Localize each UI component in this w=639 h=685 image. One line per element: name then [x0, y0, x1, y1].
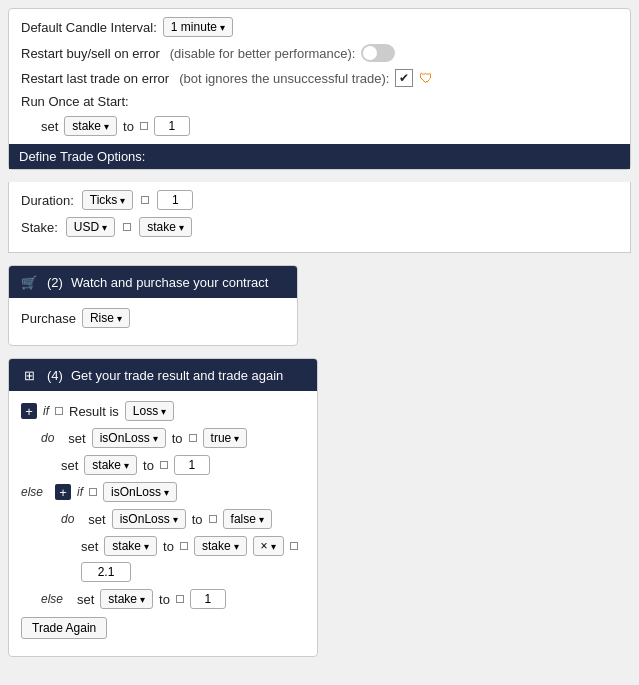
restart-last-trade-hint: (bot ignores the unsuccessful trade): [179, 71, 389, 86]
to3-connector [209, 515, 217, 523]
restart-buy-sell-label: Restart buy/sell on error [21, 46, 160, 61]
to1-label: to [172, 431, 183, 446]
define-trade-options-body: Duration: Ticks Stake: USD stake [8, 182, 631, 253]
section4-title: Get your trade result and trade again [71, 368, 283, 383]
default-candle-interval-label: Default Candle Interval: [21, 20, 157, 35]
loss-dropdown[interactable]: Loss [125, 401, 174, 421]
to5-connector [176, 595, 184, 603]
stake-label: Stake: [21, 220, 58, 235]
duration-value-input[interactable] [157, 190, 193, 210]
do-keyword-1: do [41, 431, 54, 445]
result-is-label: Result is [69, 404, 119, 419]
to3-label: to [192, 512, 203, 527]
to4-connector [180, 542, 188, 550]
top-settings-section: Default Candle Interval: 1 minute Restar… [8, 8, 631, 170]
contract-type-dropdown[interactable]: Rise [82, 308, 130, 328]
set2-label: set [61, 458, 78, 473]
if-result-row: + if Result is Loss [21, 401, 305, 421]
run-once-label: Run Once at Start: [21, 94, 129, 109]
duration-label: Duration: [21, 193, 74, 208]
do-set-isonloss-false-row: do set isOnLoss to false [61, 509, 305, 529]
true-dropdown[interactable]: true [203, 428, 248, 448]
stake-currency-dropdown[interactable]: USD [66, 217, 115, 237]
isonloss2-dropdown[interactable]: isOnLoss [103, 482, 177, 502]
stake4-dropdown[interactable]: stake [100, 589, 153, 609]
trade-again-button[interactable]: Trade Again [21, 617, 107, 639]
stake-type-dropdown[interactable]: stake [139, 217, 192, 237]
set5-label: set [77, 592, 94, 607]
run-once-value-input[interactable] [154, 116, 190, 136]
to5-label: to [159, 592, 170, 607]
do-set-isonloss-true-row: do set isOnLoss to true [41, 428, 305, 448]
isonloss1-dropdown[interactable]: isOnLoss [92, 428, 166, 448]
section4-header: ⊞ (4) Get your trade result and trade ag… [9, 359, 317, 391]
set-stake-multiply-row: set stake to stake × [81, 536, 305, 582]
run-once-connector [140, 122, 148, 130]
stake-row: Stake: USD stake [21, 217, 618, 237]
plus-block-1[interactable]: + [21, 403, 37, 419]
stake-value-2-input[interactable] [190, 589, 226, 609]
set3-label: set [88, 512, 105, 527]
if-keyword: if [43, 404, 49, 418]
run-once-to: to [123, 119, 134, 134]
section4-body: + if Result is Loss do set isOnLoss to t… [9, 391, 317, 656]
else-set-stake-row: else set stake to [41, 589, 305, 609]
if-keyword-2: if [77, 485, 83, 499]
set1-label: set [68, 431, 85, 446]
run-once-label-row: Run Once at Start: [21, 94, 618, 109]
stake2-dropdown[interactable]: stake [104, 536, 157, 556]
define-trade-options-header: Define Trade Options: [9, 144, 630, 169]
grid-icon: ⊞ [19, 365, 39, 385]
stake-connector [123, 223, 131, 231]
purchase-label: Purchase [21, 311, 76, 326]
section4-card: ⊞ (4) Get your trade result and trade ag… [8, 358, 318, 657]
run-once-row: set stake to [41, 116, 618, 136]
multiply-connector [290, 542, 298, 550]
section4-step: (4) [47, 368, 63, 383]
candle-interval-dropdown[interactable]: 1 minute [163, 17, 233, 37]
else-keyword-1: else [21, 485, 43, 499]
section2-step: (2) [47, 275, 63, 290]
run-once-set: set [41, 119, 58, 134]
to1-connector [189, 434, 197, 442]
restart-buy-sell-toggle[interactable] [361, 44, 395, 62]
else-if-row: else + if isOnLoss [21, 482, 305, 502]
section2-card: 🛒 (2) Watch and purchase your contract P… [8, 265, 298, 346]
plus-block-2[interactable]: + [55, 484, 71, 500]
purchase-row: Purchase Rise [21, 308, 285, 328]
set4-label: set [81, 539, 98, 554]
false-dropdown[interactable]: false [223, 509, 272, 529]
default-candle-interval-row: Default Candle Interval: 1 minute [21, 17, 618, 37]
restart-buy-sell-row: Restart buy/sell on error (disable for b… [21, 44, 618, 62]
restart-last-trade-checkbox[interactable]: ✔ [395, 69, 413, 87]
else-keyword-2: else [41, 592, 63, 606]
restart-last-trade-row: Restart last trade on error (bot ignores… [21, 69, 618, 87]
run-once-stake-dropdown[interactable]: stake [64, 116, 117, 136]
if-connector [55, 407, 63, 415]
stake1-dropdown[interactable]: stake [84, 455, 137, 475]
stake-value-1-input[interactable] [174, 455, 210, 475]
to4-label: to [163, 539, 174, 554]
multiplier-input[interactable] [81, 562, 131, 582]
trade-again-row: Trade Again [21, 617, 305, 639]
section2-body: Purchase Rise [9, 298, 297, 345]
to2-connector [160, 461, 168, 469]
duration-type-dropdown[interactable]: Ticks [82, 190, 134, 210]
set-stake-1-row: set stake to [61, 455, 305, 475]
to2-label: to [143, 458, 154, 473]
isonloss3-dropdown[interactable]: isOnLoss [112, 509, 186, 529]
section2-header: 🛒 (2) Watch and purchase your contract [9, 266, 297, 298]
if2-connector [89, 488, 97, 496]
stake3-dropdown[interactable]: stake [194, 536, 247, 556]
shield-icon: 🛡 [419, 70, 433, 86]
duration-row: Duration: Ticks [21, 190, 618, 210]
section2-title: Watch and purchase your contract [71, 275, 269, 290]
restart-buy-sell-hint: (disable for better performance): [170, 46, 356, 61]
multiply-dropdown[interactable]: × [253, 536, 284, 556]
restart-last-trade-label: Restart last trade on error [21, 71, 169, 86]
do-keyword-2: do [61, 512, 74, 526]
duration-connector [141, 196, 149, 204]
cart-icon: 🛒 [19, 272, 39, 292]
